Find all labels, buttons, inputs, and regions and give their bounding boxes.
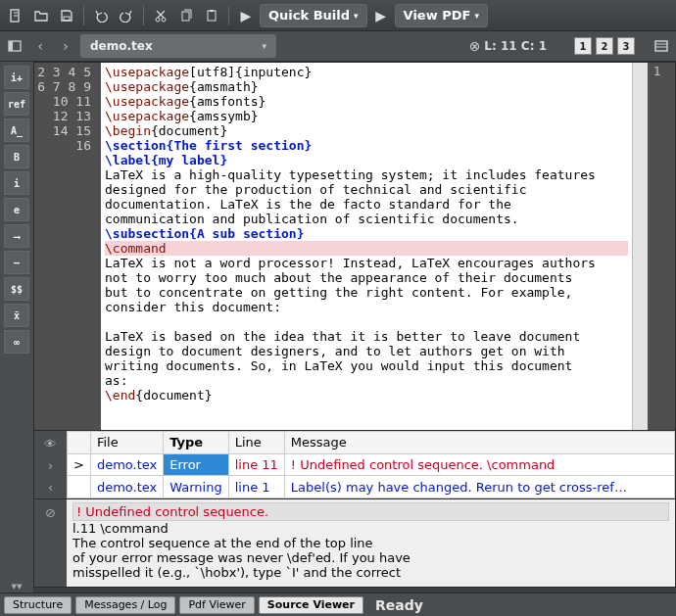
file-tab[interactable]: demo.tex ▾	[80, 34, 276, 58]
rail-item-accent[interactable]: x̄	[4, 304, 29, 327]
svg-point-3	[162, 18, 166, 22]
eye-icon[interactable]: 👁	[44, 437, 57, 451]
log-error-line: ! Undefined control sequence.	[72, 502, 669, 521]
status-tab-sourceviewer[interactable]: Source Viewer	[259, 596, 363, 614]
next-tab-button[interactable]: ›	[55, 35, 76, 57]
rail-item-font[interactable]: A̲	[4, 118, 29, 142]
sidebar-toggle-button[interactable]	[4, 35, 25, 57]
open-file-button[interactable]	[29, 4, 53, 27]
rail-item-math[interactable]: $$	[4, 277, 29, 301]
status-tab-structure[interactable]: Structure	[4, 596, 72, 614]
view-col-2-button[interactable]: 2	[596, 37, 613, 55]
next-msg-icon[interactable]: ›	[48, 458, 53, 473]
svg-rect-4	[182, 12, 189, 21]
file-tab-label: demo.tex	[90, 39, 153, 53]
run-arrow-1[interactable]: ▶	[234, 4, 258, 27]
col-message[interactable]: Message	[284, 432, 674, 454]
main-toolbar: ▶ Quick Build▾ ▶ View PDF▾	[0, 0, 676, 31]
clear-log-icon[interactable]: ⊘	[45, 505, 56, 520]
editor[interactable]: 2 3 4 5 6 7 8 9 10 11 12 13 14 15 16 \us…	[33, 62, 676, 431]
col-type[interactable]: Type	[164, 432, 228, 454]
rail-item-emph[interactable]: e	[4, 198, 29, 221]
rail-item-rule[interactable]: —	[4, 251, 29, 274]
status-bar: Structure Messages / Log Pdf Viewer Sour…	[0, 592, 676, 616]
svg-rect-8	[9, 41, 13, 51]
editor-code[interactable]: \usepackage[utf8]{inputenc} \usepackage{…	[101, 63, 632, 430]
document-tabbar: ‹ › demo.tex ▾ ⊗ L: 11 C: 1 1 2 3	[0, 31, 676, 62]
copy-button[interactable]	[174, 4, 198, 27]
cursor-position: L: 11 C: 1	[484, 39, 547, 53]
split-view-button[interactable]	[651, 35, 672, 57]
messages-table: File Type Line Message > demo.tex Error …	[67, 431, 675, 498]
quick-build-button[interactable]: Quick Build▾	[260, 4, 367, 27]
run-arrow-2[interactable]: ▶	[369, 4, 393, 27]
rail-item-bold[interactable]: B	[4, 145, 29, 168]
rail-item-arrow[interactable]: ⟶	[4, 224, 29, 248]
svg-rect-5	[208, 11, 216, 21]
messages-header-row: File Type Line Message	[68, 432, 675, 454]
view-col-1-button[interactable]: 1	[574, 37, 592, 55]
svg-rect-6	[210, 10, 214, 12]
file-tab-dropdown-icon: ▾	[262, 41, 266, 51]
cut-button[interactable]	[149, 4, 172, 27]
status-tab-messages[interactable]: Messages / Log	[75, 596, 175, 614]
tab-close-button[interactable]: ⊗	[469, 38, 481, 54]
view-pdf-label: View PDF	[404, 8, 471, 23]
rail-item-symbol[interactable]: ∞	[4, 330, 29, 354]
log-rest: l.11 \command The control sequence at th…	[72, 521, 410, 580]
rail-item-italic[interactable]: i	[4, 171, 29, 195]
rail-item-insert[interactable]: i+	[4, 66, 29, 89]
line-gutter: 2 3 4 5 6 7 8 9 10 11 12 13 14 15 16	[34, 63, 101, 430]
col-file[interactable]: File	[90, 432, 163, 454]
save-file-button[interactable]	[55, 4, 78, 27]
log-detail-panel: ⊘ ! Undefined control sequence. l.11 \co…	[33, 499, 676, 588]
log-detail-body[interactable]: ! Undefined control sequence. l.11 \comm…	[67, 499, 675, 587]
rail-expand-icon[interactable]: ▾▾	[0, 579, 33, 592]
col-line[interactable]: Line	[228, 432, 284, 454]
message-row-error[interactable]: > demo.tex Error line 11 ! Undefined con…	[68, 453, 675, 476]
rail-item-ref[interactable]: ref	[4, 92, 29, 116]
messages-rail: 👁 › ‹	[34, 431, 67, 498]
messages-panel: 👁 › ‹ File Type Line Message > demo.tex …	[33, 431, 676, 499]
status-text: Ready	[375, 597, 423, 613]
view-col-3-button[interactable]: 3	[617, 37, 635, 55]
symbol-rail: i+ ref A̲ B i e ⟶ — $$ x̄ ∞ ▾▾	[0, 62, 33, 592]
paste-button[interactable]	[200, 4, 223, 27]
status-tab-pdfviewer[interactable]: Pdf Viewer	[179, 596, 254, 614]
quick-build-label: Quick Build	[268, 8, 350, 23]
svg-point-2	[156, 18, 160, 22]
split-index: 1	[648, 63, 675, 430]
prev-msg-icon[interactable]: ‹	[48, 480, 53, 495]
undo-button[interactable]	[89, 4, 113, 27]
message-row-warning[interactable]: demo.tex Warning line 1 Label(s) may hav…	[68, 476, 675, 498]
view-pdf-button[interactable]: View PDF▾	[395, 4, 488, 27]
new-file-button[interactable]	[4, 4, 27, 27]
svg-rect-9	[655, 41, 667, 51]
redo-button[interactable]	[115, 4, 138, 27]
editor-scrollbar[interactable]	[632, 63, 648, 430]
prev-tab-button[interactable]: ‹	[29, 35, 51, 57]
